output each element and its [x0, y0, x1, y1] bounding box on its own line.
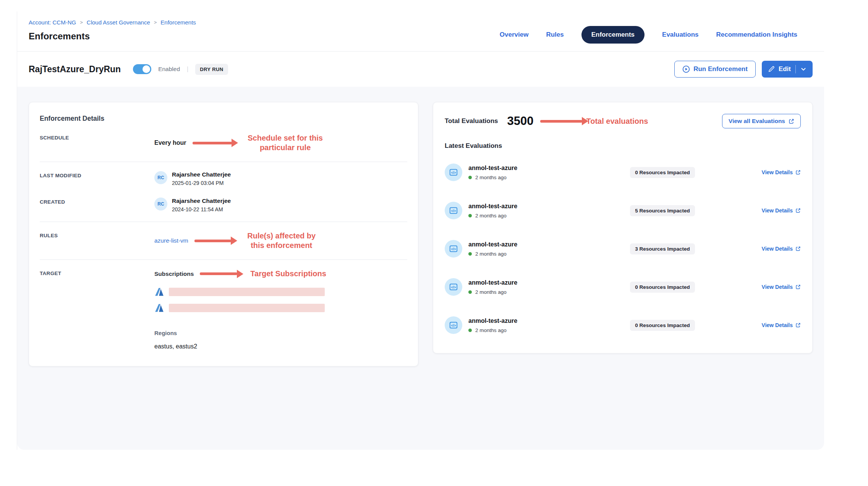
evaluation-icon: </> — [445, 240, 462, 258]
annotation-arrow — [194, 240, 231, 242]
resources-impacted-badge: 3 Resources Impacted — [630, 243, 695, 254]
chevron-down-icon[interactable] — [800, 66, 806, 72]
enabled-toggle[interactable] — [133, 64, 151, 74]
schedule-annotation: Schedule set for this particular rule — [245, 133, 326, 152]
view-details-label: View Details — [762, 169, 793, 175]
total-evaluations-value: 3500 — [507, 114, 534, 128]
content-area: Enforcement Details SCHEDULE Every hour … — [17, 87, 824, 450]
view-all-evaluations-label: View all Evaluations — [729, 118, 785, 125]
breadcrumb-separator: > — [154, 19, 157, 25]
subscription-item — [154, 287, 407, 297]
evaluation-time: 2 months ago — [475, 251, 507, 257]
created-user: Rajarshee Chatterjee — [172, 198, 231, 204]
breadcrumb-account[interactable]: Account: CCM-NG — [29, 19, 76, 26]
breadcrumb-separator: > — [80, 19, 83, 25]
evaluation-time: 2 months ago — [475, 213, 507, 219]
status-dot — [468, 214, 472, 217]
external-link-icon — [789, 118, 794, 124]
tab-evaluations[interactable]: Evaluations — [662, 31, 698, 39]
header-left: Account: CCM-NG > Cloud Asset Governance… — [29, 19, 196, 42]
view-details-label: View Details — [762, 207, 793, 214]
target-row: TARGET Subscriptions Target Subscription… — [40, 269, 407, 350]
schedule-value: Every hour — [154, 139, 186, 146]
evaluation-name: anmol-test-azure — [468, 203, 517, 210]
enforcement-header: RajTestAzure_DryRun Enabled | DRY RUN Ru… — [17, 51, 824, 87]
svg-text:</>: </> — [451, 209, 456, 213]
tab-overview[interactable]: Overview — [500, 31, 529, 39]
evaluation-icon: </> — [445, 202, 462, 219]
schedule-label: SCHEDULE — [40, 133, 154, 141]
latest-evaluations-title: Latest Evaluations — [445, 142, 801, 150]
tab-enforcements[interactable]: Enforcements — [581, 26, 645, 44]
status-dot — [468, 290, 472, 294]
play-circle-icon — [682, 65, 690, 73]
last-modified-date: 2025-01-29 03:04 PM — [172, 180, 231, 186]
breadcrumb-enforcements[interactable]: Enforcements — [160, 19, 196, 26]
status-dot — [468, 252, 472, 256]
evaluation-row: </> anmol-test-azure 2 months ago 0 Reso… — [445, 164, 801, 181]
view-details-link[interactable]: View Details — [762, 322, 801, 328]
page-title: Enforcements — [29, 31, 196, 42]
azure-icon — [154, 287, 164, 297]
regions-label: Regions — [154, 330, 407, 336]
nav-tabs: Overview Rules Enforcements Evaluations … — [500, 26, 797, 44]
target-label: TARGET — [40, 269, 154, 276]
regions-value: eastus, eastus2 — [154, 343, 407, 350]
evaluation-row: </> anmol-test-azure 2 months ago 0 Reso… — [445, 316, 801, 334]
external-link-icon — [795, 322, 801, 328]
view-all-evaluations-button[interactable]: View all Evaluations — [722, 114, 801, 128]
view-details-label: View Details — [762, 284, 793, 290]
annotation-arrow — [540, 120, 582, 123]
created-row: CREATED RC Rajarshee Chatterjee 2024-10-… — [40, 198, 407, 212]
run-enforcement-label: Run Enforcement — [693, 65, 748, 73]
evaluation-time: 2 months ago — [475, 175, 507, 180]
evaluation-name: anmol-test-azure — [468, 279, 517, 286]
enforcement-details-card: Enforcement Details SCHEDULE Every hour … — [29, 102, 418, 366]
tab-rules[interactable]: Rules — [546, 31, 564, 39]
evaluation-time: 2 months ago — [475, 327, 507, 333]
svg-text:</>: </> — [451, 285, 456, 289]
resources-impacted-badge: 0 Resources Impacted — [630, 282, 695, 293]
page-header: Account: CCM-NG > Cloud Asset Governance… — [17, 11, 824, 51]
redacted-subscription-id — [169, 288, 325, 296]
view-details-link[interactable]: View Details — [762, 246, 801, 252]
last-modified-user: Rajarshee Chatterjee — [172, 171, 231, 178]
run-enforcement-button[interactable]: Run Enforcement — [674, 61, 756, 78]
rules-label: RULES — [40, 231, 154, 238]
breadcrumb-cloud-asset-governance[interactable]: Cloud Asset Governance — [87, 19, 150, 26]
evaluation-name: anmol-test-azure — [468, 241, 517, 248]
evaluation-name: anmol-test-azure — [468, 165, 517, 172]
enabled-label: Enabled — [158, 66, 180, 73]
total-evaluations-label: Total Evaluations — [445, 117, 498, 125]
divider — [795, 65, 796, 73]
resources-impacted-badge: 0 Resources Impacted — [630, 320, 695, 331]
evaluation-name: anmol-test-azure — [468, 318, 517, 324]
evaluation-icon: </> — [445, 164, 462, 181]
redacted-subscription-id — [169, 304, 325, 312]
view-details-link[interactable]: View Details — [762, 284, 801, 290]
view-details-link[interactable]: View Details — [762, 207, 801, 214]
azure-icon — [154, 303, 164, 313]
rules-row: RULES azure-list-vm Rule(s) affected by … — [40, 231, 407, 250]
external-link-icon — [795, 246, 801, 251]
breadcrumb: Account: CCM-NG > Cloud Asset Governance… — [29, 19, 196, 26]
avatar: RC — [154, 198, 167, 211]
evaluation-row: </> anmol-test-azure 2 months ago 3 Reso… — [445, 240, 801, 258]
edit-button[interactable]: Edit — [762, 61, 813, 78]
details-card-title: Enforcement Details — [40, 115, 407, 123]
last-modified-row: LAST MODIFIED RC Rajarshee Chatterjee 20… — [40, 171, 407, 198]
evaluation-row: </> anmol-test-azure 2 months ago 5 Reso… — [445, 202, 801, 219]
annotation-arrow — [200, 272, 237, 275]
toggle-knob — [143, 65, 150, 73]
created-label: CREATED — [40, 198, 154, 205]
total-evaluations-line: Total Evaluations 3500 Total evaluations… — [445, 114, 801, 128]
dry-run-badge: DRY RUN — [195, 64, 228, 75]
view-details-label: View Details — [762, 246, 793, 252]
view-details-label: View Details — [762, 322, 793, 328]
view-details-link[interactable]: View Details — [762, 169, 801, 175]
rules-annotation: Rule(s) affected by this enforcement — [244, 231, 319, 250]
tab-recommendation-insights[interactable]: Recommendation Insights — [716, 31, 797, 39]
status-dot — [468, 329, 472, 332]
rule-link[interactable]: azure-list-vm — [154, 237, 188, 244]
avatar: RC — [154, 171, 167, 184]
